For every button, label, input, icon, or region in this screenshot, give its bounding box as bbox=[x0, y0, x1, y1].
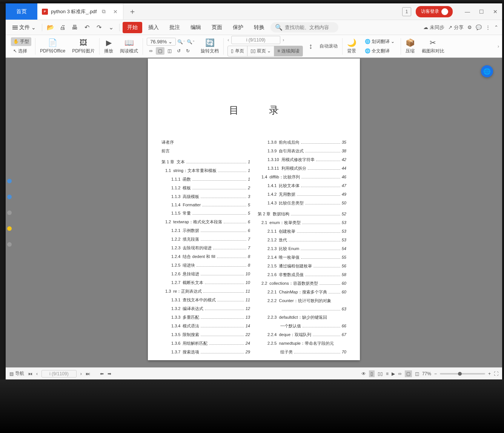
play-status-icon[interactable]: ▶ bbox=[392, 371, 395, 376]
tab-add-button[interactable]: ＋ bbox=[123, 6, 141, 17]
menu-edit[interactable]: 编辑 bbox=[186, 22, 206, 33]
page-input[interactable]: i (9/1109) bbox=[231, 36, 280, 44]
side-icon-4[interactable] bbox=[7, 226, 12, 231]
full-translate[interactable]: 🌐 全文翻译 bbox=[363, 47, 392, 55]
pdf-to-office[interactable]: 📄PDF转Office bbox=[37, 37, 68, 56]
menu-review[interactable]: 批注 bbox=[165, 22, 184, 33]
nav-toggle[interactable]: ▤ 导航 bbox=[9, 370, 24, 377]
zoom-level[interactable]: 76.98% ⌄ bbox=[147, 38, 176, 46]
toc-entry-cont: 一个默认值66 bbox=[258, 323, 346, 329]
screenshot-compare[interactable]: ✂截图和对比 bbox=[419, 37, 447, 56]
select-tool[interactable]: ↖ 选择 bbox=[11, 47, 29, 55]
search-input[interactable] bbox=[285, 25, 338, 30]
menu-start[interactable]: 开始 bbox=[123, 22, 142, 33]
print-icon[interactable]: 🖶 bbox=[69, 22, 80, 33]
layout3-icon[interactable]: ≡ bbox=[386, 371, 389, 376]
toc-entry: 1.2.7截断长文本10 bbox=[161, 280, 250, 286]
fit-width-icon[interactable]: ⬄ bbox=[147, 47, 155, 55]
side-icon-3[interactable] bbox=[7, 210, 12, 215]
night-mode[interactable]: 🌙背景 bbox=[344, 37, 360, 56]
fit1-icon[interactable]: ⬄ bbox=[398, 371, 402, 376]
tab-popout-icon[interactable]: ⧉ bbox=[100, 8, 108, 15]
fit3-icon[interactable]: ◫ bbox=[415, 371, 419, 376]
menu-insert[interactable]: 插入 bbox=[144, 22, 163, 33]
tab-close-icon[interactable]: ✕ bbox=[111, 8, 120, 15]
close-icon[interactable]: ✕ bbox=[489, 9, 502, 15]
open-icon[interactable]: 📂 bbox=[45, 22, 56, 33]
tab-file[interactable]: P python 3 标准库_.pdf ⧉ ✕ bbox=[37, 3, 123, 20]
rotate-right-icon[interactable]: ↻ bbox=[184, 47, 192, 55]
hand-tool[interactable]: ✋ 手型 bbox=[11, 37, 31, 46]
auto-scroll[interactable]: 自动滚动 bbox=[317, 41, 341, 51]
toc-entry: 1.2.5缩进块8 bbox=[161, 263, 250, 268]
unsync-button[interactable]: ☁ 未同步 bbox=[423, 24, 444, 31]
side-icon-2[interactable] bbox=[7, 195, 12, 199]
undo-chevron-icon[interactable]: ⌄ bbox=[106, 22, 116, 33]
search-icon: 🔍 bbox=[275, 24, 283, 31]
fullscreen-icon[interactable]: ⛶ bbox=[494, 371, 498, 376]
compress[interactable]: 📦压缩 bbox=[403, 37, 418, 56]
menu-protect[interactable]: 保护 bbox=[228, 22, 248, 33]
title-bar: 首页 P python 3 标准库_.pdf ⧉ ✕ ＋ 1 访客登录 — ☐ … bbox=[6, 3, 502, 20]
prev-page-icon[interactable]: ‹ bbox=[227, 37, 229, 43]
search-box[interactable]: 🔍 bbox=[270, 22, 338, 32]
toc-entry: 1.2.2填充段落7 bbox=[161, 236, 250, 242]
read-mode[interactable]: 📖阅读模式 bbox=[117, 37, 141, 56]
settings-icon[interactable]: ⚙ bbox=[467, 25, 472, 30]
document-area[interactable]: 🌐 目 录 译者序前言第 1 章文本11.1string：文本常量和模板11.1… bbox=[6, 58, 502, 367]
next-icon[interactable]: › bbox=[80, 371, 82, 376]
feedback-icon[interactable]: 💬 bbox=[476, 25, 482, 30]
pdf-to-image[interactable]: 🖼PDF转图片 bbox=[69, 37, 98, 56]
forward-icon[interactable]: ➡ bbox=[108, 371, 111, 376]
undo-icon[interactable]: ↶ bbox=[81, 22, 92, 33]
side-icon-1[interactable] bbox=[7, 179, 12, 183]
view-icon[interactable]: 👁 bbox=[361, 371, 366, 376]
word-translate[interactable]: 🌐 划词翻译 ⌄ bbox=[363, 37, 397, 46]
collapse-ribbon-icon[interactable]: ⌃ bbox=[494, 25, 498, 30]
status-page-input[interactable]: i (9/1109) bbox=[41, 370, 77, 378]
file-menu[interactable]: 文件 ⌄ bbox=[9, 23, 39, 32]
toolbar-more-icon[interactable]: › bbox=[498, 44, 499, 49]
more-icon[interactable]: ⋮ bbox=[486, 25, 490, 30]
guest-login-button[interactable]: 访客登录 bbox=[416, 6, 453, 17]
zoom-in-icon[interactable]: 🔍⁺ bbox=[187, 39, 195, 45]
last-page-icon[interactable]: ⏭ bbox=[86, 371, 90, 376]
rotate-doc[interactable]: 🔄旋转文档 bbox=[198, 37, 222, 56]
fit-page-icon[interactable]: ▢ bbox=[156, 47, 164, 55]
fit-actual-icon[interactable]: ◫ bbox=[165, 47, 174, 55]
share-button[interactable]: ↗ 分享 bbox=[448, 24, 464, 31]
app-window: 首页 P python 3 标准库_.pdf ⧉ ✕ ＋ 1 访客登录 — ☐ … bbox=[6, 3, 502, 379]
toc-entry: 第 2 章数据结构52 bbox=[258, 211, 346, 217]
menu-page[interactable]: 页面 bbox=[207, 22, 227, 33]
layout1-icon[interactable]: ▯ bbox=[369, 370, 375, 377]
toc-entry: 1.2.4结合 dedent 和 fill8 bbox=[161, 254, 250, 259]
window-count[interactable]: 1 bbox=[402, 7, 411, 16]
fit2-icon[interactable]: ▢ bbox=[405, 370, 412, 377]
double-page[interactable]: ▯▯ 双页 ⌄ bbox=[247, 46, 275, 57]
tab-home[interactable]: 首页 bbox=[6, 3, 37, 20]
fit-height[interactable]: ↕ bbox=[306, 40, 316, 52]
play-button[interactable]: ▶播放 bbox=[101, 37, 116, 56]
zoom-out-icon[interactable]: 🔍⁻ bbox=[177, 39, 185, 45]
redo-icon[interactable]: ↷ bbox=[94, 22, 104, 33]
maximize-icon[interactable]: ☐ bbox=[475, 9, 489, 15]
zoom-minus-icon[interactable]: − bbox=[434, 371, 437, 376]
prev-icon[interactable]: ‹ bbox=[36, 371, 38, 376]
minimize-icon[interactable]: — bbox=[460, 9, 475, 15]
toc-entry: 1.3.5限制搜索22 bbox=[161, 332, 250, 338]
menu-convert[interactable]: 转换 bbox=[249, 22, 269, 33]
zoom-plus-icon[interactable]: + bbox=[488, 371, 491, 376]
continuous-page[interactable]: ≡ 连续阅读 bbox=[274, 46, 303, 57]
translate-float-button[interactable]: 🌐 bbox=[481, 65, 493, 77]
toc-entry: 第 1 章文本1 bbox=[161, 159, 250, 165]
zoom-slider[interactable] bbox=[440, 373, 485, 375]
layout2-icon[interactable]: ▯▯ bbox=[378, 371, 383, 376]
chevron-down-icon: ⌄ bbox=[31, 25, 36, 31]
side-icon-5[interactable] bbox=[7, 242, 12, 247]
single-page[interactable]: ▯ 单页 bbox=[227, 46, 247, 57]
first-page-icon[interactable]: ⏮ bbox=[28, 371, 32, 376]
rotate-left-icon[interactable]: ↺ bbox=[175, 47, 183, 55]
back-icon[interactable]: ⬅ bbox=[100, 371, 104, 376]
save-icon[interactable]: 🖨 bbox=[57, 22, 68, 33]
next-page-icon[interactable]: › bbox=[283, 37, 284, 43]
